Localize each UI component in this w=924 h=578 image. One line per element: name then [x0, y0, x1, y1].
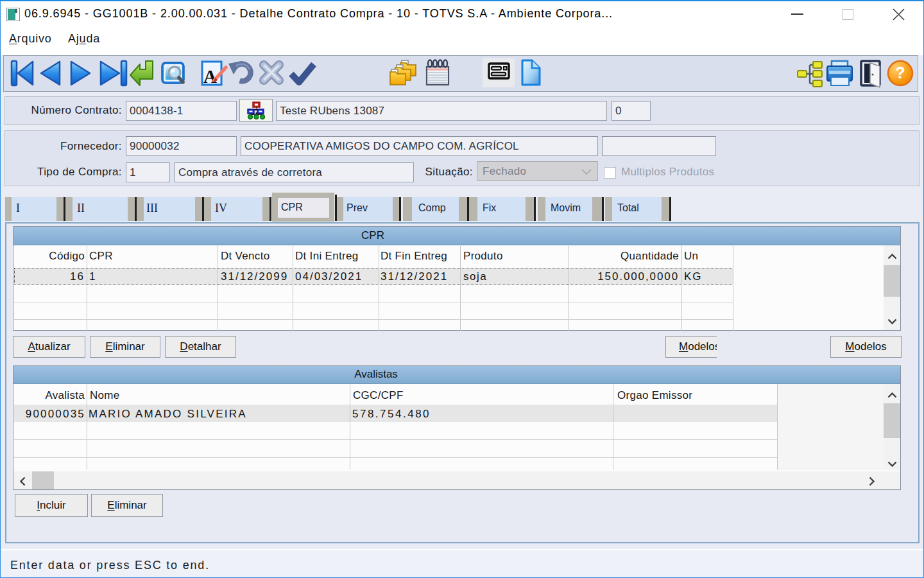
svg-text:A: A — [203, 66, 217, 87]
svg-text:?: ? — [895, 64, 905, 82]
